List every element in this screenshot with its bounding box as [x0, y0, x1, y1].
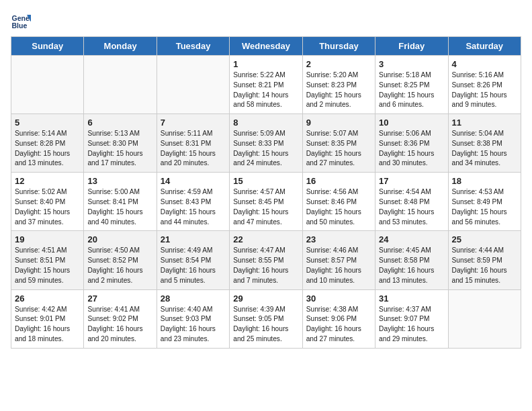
day-number: 5	[15, 118, 80, 128]
day-number: 28	[161, 293, 226, 304]
col-header-saturday: Saturday	[448, 37, 521, 56]
day-number: 6	[87, 118, 152, 128]
day-info: Sunrise: 4:57 AMSunset: 8:45 PMDaylight:…	[233, 187, 298, 227]
day-cell: 31Sunrise: 4:37 AMSunset: 9:07 PMDayligh…	[375, 289, 448, 348]
day-cell	[84, 56, 157, 114]
day-cell: 3Sunrise: 5:18 AMSunset: 8:25 PMDaylight…	[375, 56, 448, 114]
logo-icon: General Blue	[11, 11, 31, 31]
day-number: 14	[161, 176, 226, 186]
day-info: Sunrise: 4:44 AMSunset: 8:59 PMDaylight:…	[452, 246, 517, 285]
day-info: Sunrise: 4:42 AMSunset: 9:01 PMDaylight:…	[15, 305, 80, 345]
day-info: Sunrise: 4:51 AMSunset: 8:51 PMDaylight:…	[15, 246, 80, 285]
day-cell: 18Sunrise: 4:53 AMSunset: 8:49 PMDayligh…	[448, 173, 521, 231]
day-info: Sunrise: 4:38 AMSunset: 9:06 PMDaylight:…	[306, 305, 371, 345]
day-cell: 29Sunrise: 4:39 AMSunset: 9:05 PMDayligh…	[230, 289, 302, 348]
calendar-table: SundayMondayTuesdayWednesdayThursdayFrid…	[11, 36, 521, 349]
day-cell: 20Sunrise: 4:50 AMSunset: 8:52 PMDayligh…	[84, 231, 157, 289]
day-number: 9	[306, 118, 371, 128]
svg-text:Blue: Blue	[12, 21, 28, 30]
day-info: Sunrise: 4:37 AMSunset: 9:07 PMDaylight:…	[379, 305, 444, 345]
day-number: 31	[379, 293, 444, 304]
day-info: Sunrise: 4:45 AMSunset: 8:58 PMDaylight:…	[379, 246, 444, 285]
day-info: Sunrise: 5:09 AMSunset: 8:33 PMDaylight:…	[233, 129, 298, 169]
day-number: 13	[87, 176, 152, 186]
day-cell: 26Sunrise: 4:42 AMSunset: 9:01 PMDayligh…	[11, 289, 84, 348]
day-number: 12	[15, 176, 80, 186]
day-cell: 25Sunrise: 4:44 AMSunset: 8:59 PMDayligh…	[448, 231, 521, 289]
day-cell: 9Sunrise: 5:07 AMSunset: 8:35 PMDaylight…	[302, 114, 375, 173]
day-info: Sunrise: 5:06 AMSunset: 8:36 PMDaylight:…	[379, 129, 444, 169]
day-info: Sunrise: 5:20 AMSunset: 8:23 PMDaylight:…	[306, 71, 371, 110]
day-info: Sunrise: 4:40 AMSunset: 9:03 PMDaylight:…	[161, 305, 226, 345]
day-cell: 8Sunrise: 5:09 AMSunset: 8:33 PMDaylight…	[230, 114, 302, 173]
col-header-sunday: Sunday	[11, 37, 84, 56]
col-header-friday: Friday	[375, 37, 448, 56]
day-cell: 30Sunrise: 4:38 AMSunset: 9:06 PMDayligh…	[302, 289, 375, 348]
col-header-wednesday: Wednesday	[230, 37, 302, 56]
day-cell	[11, 56, 84, 114]
day-cell: 14Sunrise: 4:59 AMSunset: 8:43 PMDayligh…	[157, 173, 229, 231]
day-cell: 11Sunrise: 5:04 AMSunset: 8:38 PMDayligh…	[448, 114, 521, 173]
day-info: Sunrise: 5:13 AMSunset: 8:30 PMDaylight:…	[87, 129, 152, 169]
day-number: 18	[452, 176, 517, 186]
week-row-3: 12Sunrise: 5:02 AMSunset: 8:40 PMDayligh…	[11, 173, 521, 231]
day-cell: 17Sunrise: 4:54 AMSunset: 8:48 PMDayligh…	[375, 173, 448, 231]
day-cell: 4Sunrise: 5:16 AMSunset: 8:26 PMDaylight…	[448, 56, 521, 114]
day-cell: 21Sunrise: 4:49 AMSunset: 8:54 PMDayligh…	[157, 231, 229, 289]
day-number: 19	[15, 234, 80, 244]
day-info: Sunrise: 5:14 AMSunset: 8:28 PMDaylight:…	[15, 129, 80, 169]
week-row-2: 5Sunrise: 5:14 AMSunset: 8:28 PMDaylight…	[11, 114, 521, 173]
day-cell: 2Sunrise: 5:20 AMSunset: 8:23 PMDaylight…	[302, 56, 375, 114]
day-number: 11	[452, 118, 517, 128]
day-number: 25	[452, 234, 517, 244]
day-number: 17	[379, 176, 444, 186]
day-info: Sunrise: 4:39 AMSunset: 9:05 PMDaylight:…	[233, 305, 298, 345]
day-cell: 16Sunrise: 4:56 AMSunset: 8:46 PMDayligh…	[302, 173, 375, 231]
day-info: Sunrise: 4:59 AMSunset: 8:43 PMDaylight:…	[161, 187, 226, 227]
day-number: 1	[233, 59, 298, 69]
day-number: 4	[452, 59, 517, 69]
page-header: General Blue	[11, 11, 521, 31]
day-info: Sunrise: 5:00 AMSunset: 8:41 PMDaylight:…	[87, 187, 152, 227]
day-info: Sunrise: 4:50 AMSunset: 8:52 PMDaylight:…	[87, 246, 152, 285]
day-cell: 10Sunrise: 5:06 AMSunset: 8:36 PMDayligh…	[375, 114, 448, 173]
week-row-5: 26Sunrise: 4:42 AMSunset: 9:01 PMDayligh…	[11, 289, 521, 348]
week-row-4: 19Sunrise: 4:51 AMSunset: 8:51 PMDayligh…	[11, 231, 521, 289]
day-number: 24	[379, 234, 444, 244]
day-cell: 6Sunrise: 5:13 AMSunset: 8:30 PMDaylight…	[84, 114, 157, 173]
week-row-1: 1Sunrise: 5:22 AMSunset: 8:21 PMDaylight…	[11, 56, 521, 114]
day-info: Sunrise: 5:18 AMSunset: 8:25 PMDaylight:…	[379, 71, 444, 110]
day-cell: 22Sunrise: 4:47 AMSunset: 8:55 PMDayligh…	[230, 231, 302, 289]
day-info: Sunrise: 5:11 AMSunset: 8:31 PMDaylight:…	[161, 129, 226, 169]
day-number: 29	[233, 293, 298, 304]
day-cell: 13Sunrise: 5:00 AMSunset: 8:41 PMDayligh…	[84, 173, 157, 231]
day-cell: 15Sunrise: 4:57 AMSunset: 8:45 PMDayligh…	[230, 173, 302, 231]
day-number: 8	[233, 118, 298, 128]
day-info: Sunrise: 4:46 AMSunset: 8:57 PMDaylight:…	[306, 246, 371, 285]
day-cell: 23Sunrise: 4:46 AMSunset: 8:57 PMDayligh…	[302, 231, 375, 289]
day-cell: 19Sunrise: 4:51 AMSunset: 8:51 PMDayligh…	[11, 231, 84, 289]
day-cell	[157, 56, 229, 114]
day-cell: 7Sunrise: 5:11 AMSunset: 8:31 PMDaylight…	[157, 114, 229, 173]
day-number: 21	[161, 234, 226, 244]
day-number: 20	[87, 234, 152, 244]
day-number: 30	[306, 293, 371, 304]
day-info: Sunrise: 4:54 AMSunset: 8:48 PMDaylight:…	[379, 187, 444, 227]
day-cell: 28Sunrise: 4:40 AMSunset: 9:03 PMDayligh…	[157, 289, 229, 348]
day-number: 26	[15, 293, 80, 304]
day-info: Sunrise: 4:56 AMSunset: 8:46 PMDaylight:…	[306, 187, 371, 227]
day-cell: 27Sunrise: 4:41 AMSunset: 9:02 PMDayligh…	[84, 289, 157, 348]
logo: General Blue	[11, 11, 34, 31]
day-info: Sunrise: 4:47 AMSunset: 8:55 PMDaylight:…	[233, 246, 298, 285]
day-number: 10	[379, 118, 444, 128]
day-number: 16	[306, 176, 371, 186]
day-info: Sunrise: 4:53 AMSunset: 8:49 PMDaylight:…	[452, 187, 517, 227]
day-number: 23	[306, 234, 371, 244]
day-number: 15	[233, 176, 298, 186]
day-info: Sunrise: 4:49 AMSunset: 8:54 PMDaylight:…	[161, 246, 226, 285]
day-info: Sunrise: 5:22 AMSunset: 8:21 PMDaylight:…	[233, 71, 298, 110]
col-header-thursday: Thursday	[302, 37, 375, 56]
col-header-monday: Monday	[84, 37, 157, 56]
day-number: 22	[233, 234, 298, 244]
day-number: 27	[87, 293, 152, 304]
